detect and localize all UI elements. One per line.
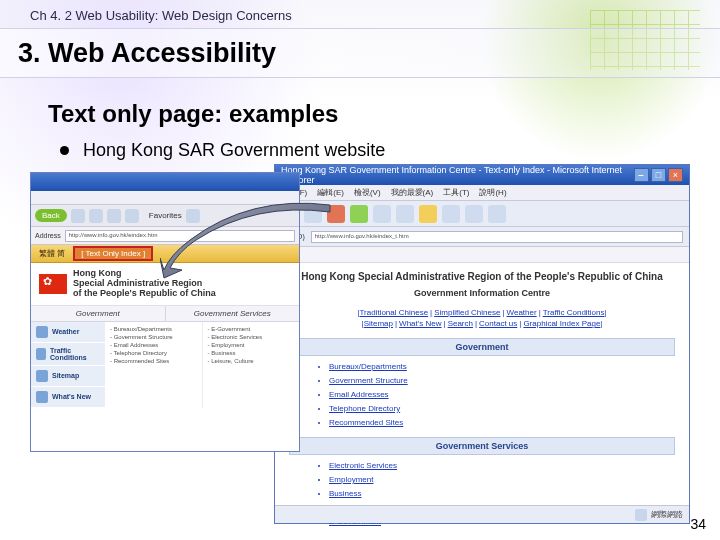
menu-item[interactable]: 我的最愛(A) [391,187,434,198]
content-title: Hong Kong Special Administrative Region … [289,271,675,282]
toolbar-icon[interactable] [107,209,121,223]
menu-item[interactable]: 說明(H) [479,187,506,198]
sidebar-item-sitemap[interactable]: Sitemap [31,366,105,387]
nav-link[interactable]: Traffic Conditions [543,308,605,317]
history-icon[interactable] [442,205,460,223]
page-number: 34 [690,516,706,532]
minimize-button[interactable]: ‒ [634,168,649,182]
chapter-label: Ch 4. 2 Web Usability: Web Design Concer… [30,8,292,23]
back-button[interactable]: Back [35,209,67,222]
toolbar-icon[interactable] [71,209,85,223]
maximize-button[interactable]: □ [651,168,666,182]
list-item[interactable]: - Email Addresses [110,342,197,348]
list-item[interactable]: Employment [329,475,675,484]
msn-bar: msn [275,247,689,263]
nav-link[interactable]: What's New [399,319,441,328]
toolbar-icon[interactable] [89,209,103,223]
list-item[interactable]: Email Addresses [329,390,675,399]
refresh-icon[interactable] [350,205,368,223]
sidebar-item-whatsnew[interactable]: What's New [31,387,105,408]
nav-link[interactable]: Search [448,319,473,328]
list-item[interactable]: - Telephone Directory [110,350,197,356]
nav-row-2: |Sitemap|What's New|Search|Contact us|Gr… [289,319,675,328]
toolbar-icon[interactable] [125,209,139,223]
menu-item[interactable]: 工具(T) [443,187,469,198]
sidebar-item-traffic[interactable]: Traffic Conditions [31,343,105,366]
list-item[interactable]: - Leisure, Culture [208,358,295,364]
sitemap-icon [36,370,48,382]
nav-row-1: |Traditional Chinese|Simplified Chinese|… [289,308,675,317]
col-head-svc: Government Services [166,306,300,321]
page-title: 3. Web Accessibility [18,38,276,69]
sidebar-item-weather[interactable]: Weather [31,322,105,343]
news-icon [36,391,48,403]
window-title: Hong Kong SAR Government Information Cen… [281,165,632,185]
print-icon[interactable] [488,205,506,223]
sidebar-item-label: Sitemap [52,372,79,379]
lang-tab[interactable]: 繁體 简 [31,246,73,261]
menu-item[interactable]: 檢視(V) [354,187,381,198]
content-subtitle: Government Information Centre [289,288,675,298]
right-menubar: 檔案(F) 編輯(E) 檢視(V) 我的最愛(A) 工具(T) 說明(H) [275,185,689,201]
list-item[interactable]: - Employment [208,342,295,348]
section-list-gov: Bureaux/Departments Government Structure… [289,362,675,427]
sidebar-item-label: Traffic Conditions [50,347,100,361]
left-body: Weather Traffic Conditions Sitemap What'… [31,322,299,408]
right-addressbar: 網址(D) http://www.info.gov.hk/eindex_t.ht… [275,227,689,247]
list-item[interactable]: - Government Structure [110,334,197,340]
arrow-annotation [160,200,335,280]
mail-icon[interactable] [465,205,483,223]
nav-link[interactable]: Simplified Chinese [434,308,500,317]
list-item[interactable]: Electronic Services [329,461,675,470]
right-titlebar: Hong Kong SAR Government Information Cen… [275,165,689,185]
header-line: of the People's Republic of China [73,289,216,299]
list-item[interactable]: - Business [208,350,295,356]
left-column-headers: Government Government Services [31,306,299,322]
sidebar-item-label: Weather [52,328,80,335]
status-text: 網際網路 [651,509,683,520]
nav-link[interactable]: Graphical Index Page [523,319,600,328]
col-government: - Bureaux/Departments - Government Struc… [105,322,203,408]
col-head-gov: Government [31,306,166,321]
list-item[interactable]: - Electronic Services [208,334,295,340]
right-statusbar: 網際網路 [275,505,689,523]
section-head-gov: Government [289,338,675,356]
list-item[interactable]: Recommended Sites [329,418,675,427]
list-item[interactable]: - E-Government [208,326,295,332]
zone-icon [635,509,647,521]
list-item[interactable]: Business [329,489,675,498]
nav-link[interactable]: Weather [507,308,537,317]
hk-flag-icon [39,274,67,294]
left-columns: - Bureaux/Departments - Government Struc… [105,322,299,408]
bullet-text: Hong Kong SAR Government website [83,140,385,161]
nav-link[interactable]: Contact us [479,319,517,328]
list-item[interactable]: Government Structure [329,376,675,385]
nav-link[interactable]: Sitemap [364,319,393,328]
title-band: 3. Web Accessibility [0,28,720,78]
subtitle: Text only page: examples [48,100,338,128]
browser-right: Hong Kong SAR Government Information Cen… [274,164,690,524]
left-titlebar [31,173,299,191]
right-address-input[interactable]: http://www.info.gov.hk/eindex_t.htm [311,231,683,243]
nav-link[interactable]: Traditional Chinese [359,308,428,317]
list-item[interactable]: Telephone Directory [329,404,675,413]
address-label: Address [35,232,61,239]
section-head-svc: Government Services [289,437,675,455]
right-content: Hong Kong Special Administrative Region … [275,263,689,539]
home-icon[interactable] [373,205,391,223]
weather-icon [36,326,48,338]
menu-item[interactable]: 編輯(E) [317,187,344,198]
favorites-icon[interactable] [419,205,437,223]
list-item[interactable]: - Recommended Sites [110,358,197,364]
list-item[interactable]: Bureaux/Departments [329,362,675,371]
search-icon[interactable] [396,205,414,223]
bullet-row: Hong Kong SAR Government website [60,140,385,161]
right-toolbar [275,201,689,227]
bullet-dot-icon [60,146,69,155]
list-item[interactable]: - Bureaux/Departments [110,326,197,332]
close-button[interactable]: × [668,168,683,182]
left-sidebar-nav: Weather Traffic Conditions Sitemap What'… [31,322,105,408]
text-only-tab[interactable]: [ Text Only Index ] [73,246,153,261]
col-services: - E-Government - Electronic Services - E… [203,322,300,408]
sidebar-item-label: What's New [52,393,91,400]
